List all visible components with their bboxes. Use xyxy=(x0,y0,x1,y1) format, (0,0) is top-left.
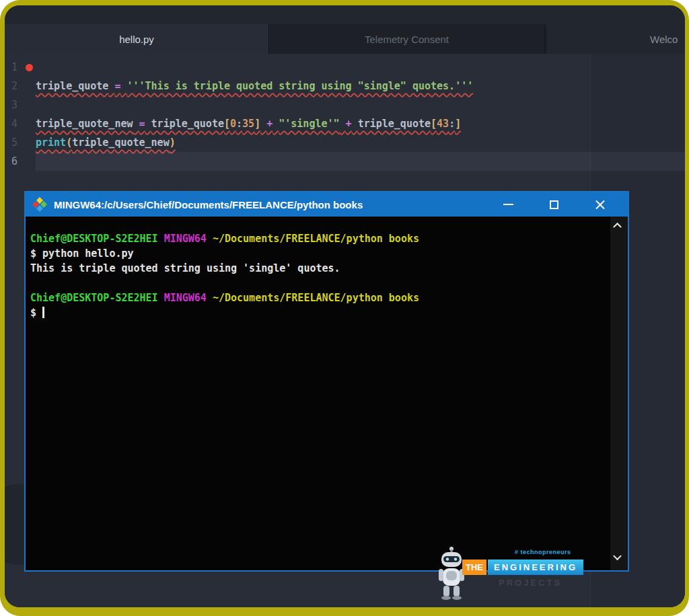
terminal-line xyxy=(30,276,608,291)
code-token: = xyxy=(139,118,145,130)
code-token: ) xyxy=(170,137,176,149)
tab-hello-py[interactable]: hello.py xyxy=(5,24,268,54)
code-line[interactable]: 3 xyxy=(5,95,685,114)
terminal-body[interactable]: Chief@DESKTOP-S2E2HEI MINGW64 ~/Document… xyxy=(26,217,628,570)
code-token: ] xyxy=(455,118,461,130)
code-line[interactable]: 4triple_quote_new = triple_quote[0:35] +… xyxy=(5,114,685,133)
code-token: "'single'" xyxy=(279,118,339,130)
code-text xyxy=(36,152,685,171)
tab-label: hello.py xyxy=(119,34,154,45)
code-token xyxy=(273,118,279,130)
editor-tab-bar: hello.py Telemetry Consent Welco xyxy=(5,5,685,54)
code-token xyxy=(133,118,139,130)
terminal-text-segment: MINGW64 xyxy=(164,233,207,245)
line-number[interactable]: 5 xyxy=(5,137,22,149)
tab-label: Welco xyxy=(650,34,678,45)
terminal-output: Chief@DESKTOP-S2E2HEI MINGW64 ~/Document… xyxy=(30,231,608,320)
terminal-text-segment xyxy=(207,233,213,245)
scroll-down-icon[interactable] xyxy=(614,557,622,565)
scroll-up-icon[interactable] xyxy=(614,222,622,230)
code-text xyxy=(36,95,685,114)
code-text xyxy=(36,58,685,77)
code-token: + xyxy=(266,118,273,130)
terminal-text-segment: Chief@DESKTOP-S2E2HEI xyxy=(30,233,158,245)
tab-telemetry-consent[interactable]: Telemetry Consent xyxy=(268,24,545,54)
maximize-button[interactable] xyxy=(540,194,567,215)
line-number[interactable]: 2 xyxy=(5,80,22,92)
code-token: '''This is triple quoted string using "s… xyxy=(126,80,473,92)
terminal-text-segment: $ python hello.py xyxy=(30,247,134,260)
terminal-text-segment: Chief@DESKTOP-S2E2HEI xyxy=(30,292,158,304)
code-token: 0 xyxy=(230,118,236,130)
terminal-text-segment: $ xyxy=(30,307,42,319)
code-text: triple_quote = '''This is triple quoted … xyxy=(36,77,685,95)
terminal-line: $ xyxy=(30,305,608,320)
line-number[interactable]: 6 xyxy=(5,155,22,167)
code-line[interactable]: 6 xyxy=(5,152,685,171)
code-token: 43 xyxy=(437,118,449,130)
code-line[interactable]: 1 xyxy=(5,58,685,77)
terminal-line: Chief@DESKTOP-S2E2HEI MINGW64 ~/Document… xyxy=(30,291,608,305)
code-token: : xyxy=(236,118,242,130)
vscode-window: hello.py Telemetry Consent Welco 12tripl… xyxy=(5,5,685,607)
code-token xyxy=(352,118,358,130)
terminal-titlebar[interactable]: MINGW64:/c/Users/Chief/Documents/FREELAN… xyxy=(26,192,628,217)
tab-welcome[interactable]: Welco xyxy=(546,24,685,54)
tab-label: Telemetry Consent xyxy=(365,34,449,45)
code-token: + xyxy=(346,118,352,130)
code-line[interactable]: 5print(triple_quote_new) xyxy=(5,133,685,152)
code-text: triple_quote_new = triple_quote[0:35] + … xyxy=(36,114,685,133)
terminal-text-segment: ~/Documents/FREELANCE/python books xyxy=(213,292,419,304)
code-token: triple_quote_new xyxy=(72,137,170,149)
terminal-text-segment xyxy=(207,292,213,304)
code-area[interactable]: 12triple_quote = '''This is triple quote… xyxy=(5,58,685,171)
code-token: triple_quote xyxy=(151,118,224,130)
terminal-line: $ python hello.py xyxy=(30,246,608,261)
code-token xyxy=(340,118,346,130)
terminal-line: This is triple quoted string using 'sing… xyxy=(30,261,608,276)
terminal-text-segment: ~/Documents/FREELANCE/python books xyxy=(213,233,419,245)
code-token: ] xyxy=(254,118,260,130)
code-token: [ xyxy=(431,118,437,130)
terminal-text-segment xyxy=(158,292,164,304)
breakpoint-dot[interactable] xyxy=(26,64,33,71)
code-line[interactable]: 2triple_quote = '''This is triple quoted… xyxy=(5,77,685,95)
code-token: ( xyxy=(66,137,72,149)
breakpoint-slot[interactable] xyxy=(22,64,36,71)
terminal-title: MINGW64:/c/Users/Chief/Documents/FREELAN… xyxy=(54,199,363,210)
minimize-button[interactable] xyxy=(495,194,521,215)
window-controls xyxy=(476,194,613,215)
code-token xyxy=(260,118,266,130)
line-number[interactable]: 1 xyxy=(5,61,22,73)
minimize-icon xyxy=(503,204,513,205)
terminal-text-segment: This is triple quoted string using 'sing… xyxy=(30,262,340,274)
screenshot-frame: hello.py Telemetry Consent Welco 12tripl… xyxy=(0,0,689,616)
code-token: 35 xyxy=(242,118,254,130)
close-icon xyxy=(595,200,605,210)
code-token: triple_quote_new xyxy=(36,118,133,130)
terminal-text-segment: MINGW64 xyxy=(164,292,207,304)
terminal-line: Chief@DESKTOP-S2E2HEI MINGW64 ~/Document… xyxy=(30,231,608,246)
code-text: print(triple_quote_new) xyxy=(36,133,685,152)
terminal-text-segment xyxy=(158,233,164,245)
terminal-cursor xyxy=(42,307,44,318)
close-button[interactable] xyxy=(586,194,613,215)
mingw64-terminal-window[interactable]: MINGW64:/c/Users/Chief/Documents/FREELAN… xyxy=(24,191,629,572)
code-token: [ xyxy=(224,118,230,130)
msys-diamond-icon xyxy=(32,197,47,212)
maximize-icon xyxy=(550,200,558,209)
code-token: : xyxy=(449,118,455,130)
terminal-scrollbar[interactable] xyxy=(610,217,628,570)
code-token: triple_quote xyxy=(36,80,108,92)
line-number[interactable]: 3 xyxy=(5,99,22,111)
code-token: triple_quote xyxy=(358,118,431,130)
code-token xyxy=(145,118,151,130)
code-token: print xyxy=(36,137,66,149)
line-number[interactable]: 4 xyxy=(5,118,22,130)
